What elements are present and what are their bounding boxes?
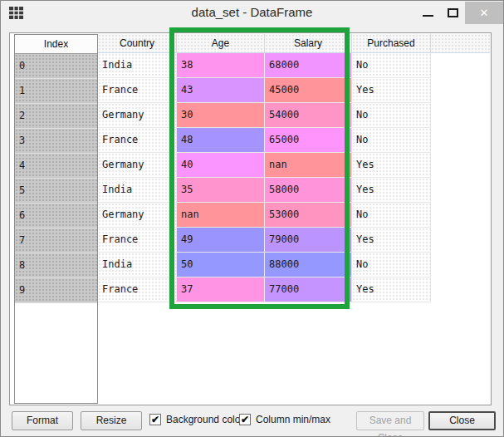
table-row: France3777000Yes — [98, 277, 490, 302]
cell-purchased[interactable]: No — [352, 253, 431, 277]
column-header-age[interactable]: Age — [177, 34, 265, 53]
row-filler — [431, 228, 490, 253]
index-cell[interactable]: 3 — [15, 129, 97, 154]
cell-purchased[interactable]: No — [352, 103, 431, 128]
cell-salary[interactable]: 65000 — [265, 128, 352, 153]
table-row: France4345000Yes — [98, 78, 490, 103]
index-cell[interactable]: 7 — [15, 228, 97, 253]
cell-salary[interactable]: 88000 — [265, 253, 352, 277]
cell-country[interactable]: India — [98, 253, 177, 277]
column-minmax-checkbox[interactable]: ✔ Column min/max — [239, 414, 330, 425]
index-column-panel: Index 0123456789 — [14, 34, 98, 404]
minimize-icon — [423, 15, 433, 17]
data-rows: India3868000NoFrance4345000YesGermany305… — [98, 53, 490, 302]
row-filler — [431, 277, 490, 302]
row-filler — [431, 103, 490, 128]
cell-age[interactable]: 37 — [177, 277, 265, 302]
row-filler — [431, 128, 490, 153]
cell-age[interactable]: 48 — [177, 128, 265, 153]
index-cells: 0123456789 — [15, 54, 97, 303]
cell-country[interactable]: France — [98, 78, 177, 103]
titlebar: data_set - DataFrame ✕ — [1, 1, 503, 26]
dataframe-window: data_set - DataFrame ✕ Index 0123456789 … — [0, 0, 504, 437]
index-cell[interactable]: 9 — [15, 278, 97, 303]
close-icon: ✕ — [480, 7, 489, 19]
background-color-label: Background color — [166, 414, 243, 425]
cell-age[interactable]: 35 — [177, 178, 265, 203]
row-filler — [431, 153, 490, 178]
table-row: India3558000Yes — [98, 178, 490, 203]
cell-age[interactable]: 38 — [177, 53, 265, 78]
cell-salary[interactable]: 58000 — [265, 178, 352, 203]
cell-purchased[interactable]: No — [352, 53, 431, 78]
table-row: India5088000No — [98, 253, 490, 277]
minimize-button[interactable] — [416, 1, 439, 24]
cell-salary[interactable]: 54000 — [265, 103, 352, 128]
cell-age[interactable]: 40 — [177, 153, 265, 178]
column-header-purchased[interactable]: Purchased — [352, 34, 431, 53]
index-cell[interactable]: 4 — [15, 154, 97, 179]
cell-purchased[interactable]: Yes — [352, 153, 431, 178]
cell-salary[interactable]: nan — [265, 153, 352, 178]
cell-age[interactable]: 50 — [177, 253, 265, 277]
cell-country[interactable]: France — [98, 228, 177, 253]
index-cell[interactable]: 1 — [15, 79, 97, 104]
checkbox-check-icon: ✔ — [149, 414, 161, 425]
row-filler — [431, 178, 490, 203]
cell-salary[interactable]: 45000 — [265, 78, 352, 103]
data-table: Country Age Salary Purchased India386800… — [98, 34, 490, 404]
table-row: Germanynan53000No — [98, 203, 490, 228]
cell-purchased[interactable]: No — [352, 128, 431, 153]
table-row: Germany3054000No — [98, 103, 490, 128]
index-cell[interactable]: 0 — [15, 54, 97, 79]
index-cell[interactable]: 8 — [15, 253, 97, 278]
cell-salary[interactable]: 68000 — [265, 53, 352, 78]
table-row: France4979000Yes — [98, 228, 490, 253]
cell-purchased[interactable]: Yes — [352, 78, 431, 103]
cell-purchased[interactable]: Yes — [352, 228, 431, 253]
table-row: Germany40nanYes — [98, 153, 490, 178]
close-window-button[interactable]: ✕ — [465, 2, 503, 24]
close-button[interactable]: Close — [428, 411, 496, 430]
column-header-row: Country Age Salary Purchased — [98, 34, 490, 53]
cell-country[interactable]: Germany — [98, 103, 177, 128]
cell-country[interactable]: Germany — [98, 153, 177, 178]
maximize-icon — [448, 8, 458, 17]
cell-country[interactable]: India — [98, 178, 177, 203]
resize-button[interactable]: Resize — [81, 411, 142, 430]
column-header-filler — [431, 34, 490, 53]
row-filler — [431, 253, 490, 277]
column-header-country[interactable]: Country — [98, 34, 177, 53]
background-color-checkbox[interactable]: ✔ Background color — [149, 414, 243, 425]
cell-purchased[interactable]: No — [352, 203, 431, 228]
cell-purchased[interactable]: Yes — [352, 277, 431, 302]
cell-salary[interactable]: 53000 — [265, 203, 352, 228]
index-cell[interactable]: 6 — [15, 204, 97, 228]
row-filler — [431, 78, 490, 103]
cell-age[interactable]: 49 — [177, 228, 265, 253]
column-minmax-label: Column min/max — [256, 414, 330, 425]
column-header-salary[interactable]: Salary — [265, 34, 352, 53]
table-row: India3868000No — [98, 53, 490, 78]
cell-age[interactable]: 30 — [177, 103, 265, 128]
index-column-header[interactable]: Index — [15, 35, 97, 54]
dataframe-editor: Index 0123456789 Country Age Salary Purc… — [9, 32, 492, 405]
index-cell[interactable]: 5 — [15, 179, 97, 204]
save-and-close-button[interactable]: Save and Close — [356, 411, 424, 430]
cell-purchased[interactable]: Yes — [352, 178, 431, 203]
checkbox-check-icon: ✔ — [239, 414, 251, 425]
table-row: France4865000No — [98, 128, 490, 153]
row-filler — [431, 53, 490, 78]
cell-country[interactable]: India — [98, 53, 177, 78]
maximize-button[interactable] — [441, 1, 464, 24]
cell-age[interactable]: 43 — [177, 78, 265, 103]
cell-country[interactable]: France — [98, 128, 177, 153]
row-filler — [431, 203, 490, 228]
cell-salary[interactable]: 79000 — [265, 228, 352, 253]
format-button[interactable]: Format — [12, 411, 73, 430]
cell-country[interactable]: Germany — [98, 203, 177, 228]
cell-salary[interactable]: 77000 — [265, 277, 352, 302]
cell-age[interactable]: nan — [177, 203, 265, 228]
index-cell[interactable]: 2 — [15, 104, 97, 129]
cell-country[interactable]: France — [98, 277, 177, 302]
